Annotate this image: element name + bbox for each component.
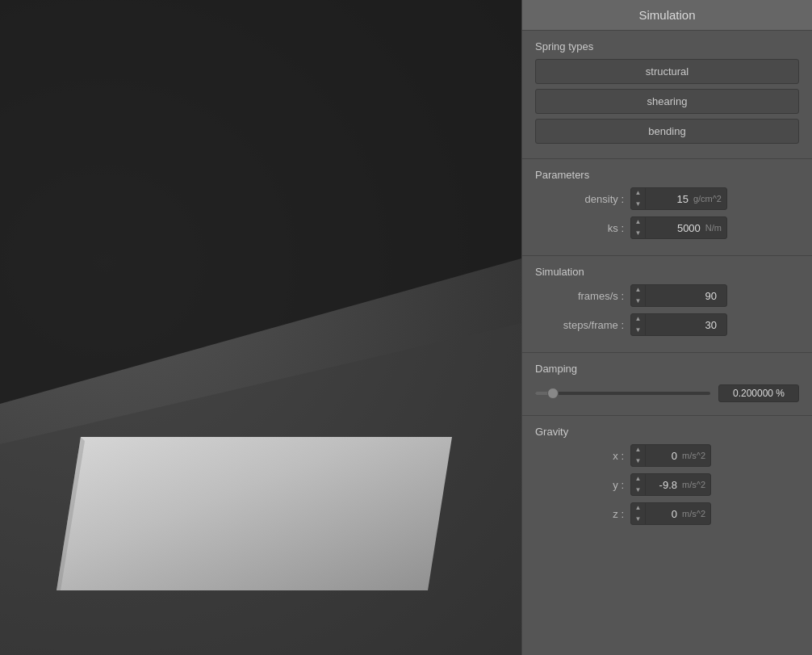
- ks-up-arrow[interactable]: ▲: [631, 216, 645, 228]
- frames-up-arrow[interactable]: ▲: [631, 284, 645, 296]
- gravity-z-row: z : ▲ ▼ 0 m/s^2: [535, 502, 799, 525]
- density-row: density : ▲ ▼ 15 g/cm^2: [535, 187, 799, 210]
- frames-arrows[interactable]: ▲ ▼: [631, 284, 646, 307]
- gravity-z-arrows[interactable]: ▲ ▼: [631, 502, 646, 525]
- frames-down-arrow[interactable]: ▼: [631, 296, 645, 307]
- steps-row: steps/frame : ▲ ▼ 30: [535, 313, 799, 336]
- cloth-plane: [16, 421, 492, 607]
- gravity-x-unit: m/s^2: [682, 451, 710, 460]
- gravity-z-label: z :: [535, 508, 624, 520]
- frames-spinbox[interactable]: ▲ ▼ 90: [630, 284, 727, 307]
- frames-label: frames/s :: [535, 290, 624, 302]
- gravity-z-down-arrow[interactable]: ▼: [631, 514, 645, 525]
- density-label: density :: [535, 193, 624, 205]
- gravity-section: Gravity x : ▲ ▼ 0 m/s^2 y : ▲ ▼ -9.8 m/s…: [522, 416, 812, 541]
- gravity-z-spinbox[interactable]: ▲ ▼ 0 m/s^2: [630, 502, 711, 525]
- gravity-y-value: -9.8: [646, 479, 682, 491]
- gravity-y-down-arrow[interactable]: ▼: [631, 485, 645, 496]
- ks-label: ks :: [535, 222, 624, 234]
- gravity-label: Gravity: [535, 426, 799, 438]
- simulation-section: Simulation frames/s : ▲ ▼ 90 steps/frame…: [522, 256, 812, 352]
- ks-value: 5000: [646, 222, 705, 234]
- damping-section: Damping 0.200000 %: [522, 353, 812, 415]
- gravity-x-value: 0: [646, 450, 682, 462]
- svg-marker-2: [57, 437, 452, 590]
- density-arrows[interactable]: ▲ ▼: [631, 187, 646, 210]
- gravity-z-value: 0: [646, 508, 682, 520]
- ks-spinbox[interactable]: ▲ ▼ 5000 N/m: [630, 216, 727, 239]
- ks-down-arrow[interactable]: ▼: [631, 228, 645, 239]
- viewport: [0, 0, 521, 655]
- gravity-z-unit: m/s^2: [682, 509, 710, 519]
- gravity-x-up-arrow[interactable]: ▲: [631, 444, 645, 456]
- steps-spinbox[interactable]: ▲ ▼ 30: [630, 313, 727, 336]
- structural-button[interactable]: structural: [535, 59, 799, 84]
- damping-slider-thumb[interactable]: [547, 388, 559, 399]
- gravity-x-arrows[interactable]: ▲ ▼: [631, 444, 646, 467]
- spring-types-section: Spring types structural shearing bending: [522, 31, 812, 158]
- density-down-arrow[interactable]: ▼: [631, 199, 645, 210]
- steps-down-arrow[interactable]: ▼: [631, 325, 645, 336]
- gravity-y-spinbox[interactable]: ▲ ▼ -9.8 m/s^2: [630, 473, 711, 496]
- damping-row: 0.200000 %: [535, 381, 799, 405]
- gravity-y-unit: m/s^2: [682, 480, 710, 489]
- gravity-x-spinbox[interactable]: ▲ ▼ 0 m/s^2: [630, 444, 711, 467]
- gravity-y-arrows[interactable]: ▲ ▼: [631, 473, 646, 496]
- gravity-z-up-arrow[interactable]: ▲: [631, 502, 645, 514]
- damping-slider-track: [535, 392, 710, 395]
- simulation-panel: Simulation Spring types structural shear…: [521, 0, 812, 655]
- frames-value: 90: [646, 290, 722, 302]
- shearing-button[interactable]: shearing: [535, 89, 799, 114]
- panel-title: Simulation: [522, 0, 812, 31]
- gravity-x-down-arrow[interactable]: ▼: [631, 456, 645, 467]
- ks-row: ks : ▲ ▼ 5000 N/m: [535, 216, 799, 239]
- density-value: 15: [646, 193, 693, 205]
- simulation-label: Simulation: [535, 266, 799, 278]
- parameters-label: Parameters: [535, 169, 799, 181]
- gravity-x-row: x : ▲ ▼ 0 m/s^2: [535, 444, 799, 467]
- density-up-arrow[interactable]: ▲: [631, 187, 645, 199]
- ks-arrows[interactable]: ▲ ▼: [631, 216, 646, 239]
- gravity-x-label: x :: [535, 450, 624, 462]
- ks-unit: N/m: [705, 223, 726, 233]
- gravity-y-row: y : ▲ ▼ -9.8 m/s^2: [535, 473, 799, 496]
- damping-value-text: 0.200000: [733, 388, 773, 399]
- damping-label: Damping: [535, 363, 799, 375]
- damping-slider-container[interactable]: [535, 385, 710, 401]
- damping-unit: %: [776, 388, 785, 399]
- spring-types-label: Spring types: [535, 40, 799, 52]
- steps-label: steps/frame :: [535, 319, 624, 331]
- steps-up-arrow[interactable]: ▲: [631, 313, 645, 325]
- parameters-section: Parameters density : ▲ ▼ 15 g/cm^2 ks : …: [522, 159, 812, 255]
- gravity-y-up-arrow[interactable]: ▲: [631, 473, 645, 485]
- damping-value-display: 0.200000 %: [718, 384, 799, 402]
- steps-value: 30: [646, 319, 722, 331]
- frames-row: frames/s : ▲ ▼ 90: [535, 284, 799, 307]
- density-unit: g/cm^2: [693, 194, 726, 204]
- density-spinbox[interactable]: ▲ ▼ 15 g/cm^2: [630, 187, 727, 210]
- steps-arrows[interactable]: ▲ ▼: [631, 313, 646, 336]
- gravity-y-label: y :: [535, 479, 624, 491]
- bending-button[interactable]: bending: [535, 119, 799, 144]
